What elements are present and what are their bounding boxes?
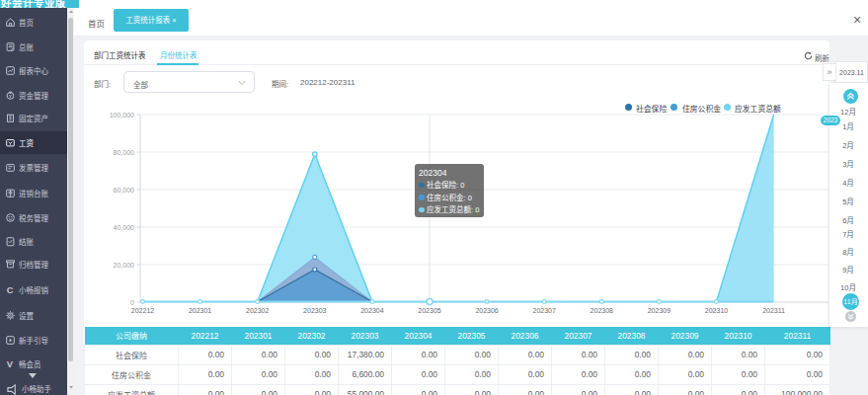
svg-text:202304: 202304 (360, 307, 383, 314)
svg-text:202301: 202301 (189, 307, 211, 314)
svg-text:202310: 202310 (705, 307, 728, 314)
svg-text:V: V (6, 358, 13, 368)
svg-text:202212: 202212 (131, 307, 154, 314)
svg-text:20,000: 20,000 (114, 262, 135, 269)
svg-text:202309: 202309 (648, 307, 671, 314)
svg-text:202302: 202302 (246, 307, 269, 314)
svg-text:202308: 202308 (591, 307, 613, 314)
svg-text:202305: 202305 (418, 307, 440, 314)
svg-text:202306: 202306 (475, 307, 498, 314)
svg-text:100,000: 100,000 (110, 112, 134, 118)
svg-text:80,000: 80,000 (114, 149, 135, 156)
svg-text:60,000: 60,000 (114, 187, 135, 194)
svg-text:C: C (6, 284, 13, 294)
svg-text:40,000: 40,000 (114, 224, 135, 231)
svg-text:202303: 202303 (303, 307, 326, 314)
svg-text:202311: 202311 (762, 307, 785, 314)
svg-text:202307: 202307 (533, 307, 556, 314)
svg-text:0: 0 (130, 299, 134, 306)
